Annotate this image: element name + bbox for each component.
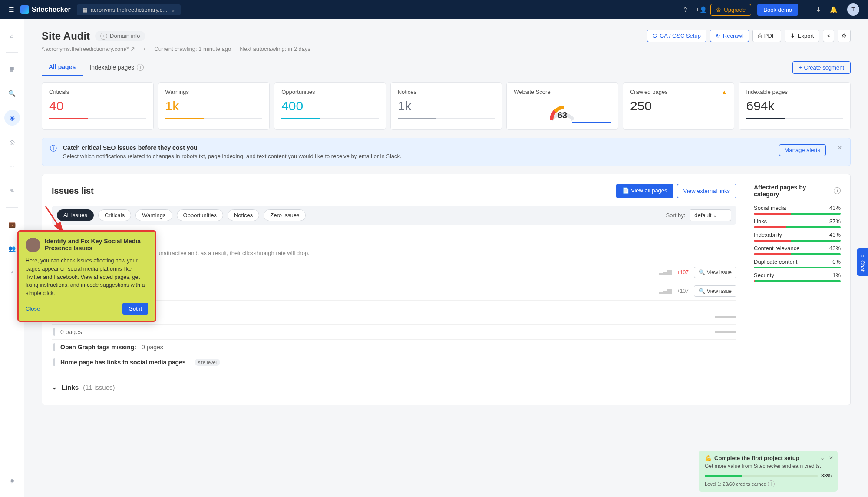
help-icon[interactable]: ? [681,6,690,13]
manage-alerts-button[interactable]: Manage alerts [779,144,826,156]
site-level-tag: site-level [195,359,220,366]
metric-website-score[interactable]: Website Score 63 [506,82,618,130]
upgrade-icon: ♔ [716,7,721,13]
metric-crawled[interactable]: Crawled pages ▲ 250 [623,82,735,130]
close-alert-button[interactable]: ✕ [837,144,842,151]
download-icon[interactable]: ⬇ [814,6,823,13]
metric-label: Website Score [514,89,611,95]
sort-select[interactable]: default ⌄ [690,209,731,221]
tooltip-gotit-button[interactable]: Got it [122,303,148,315]
metric-notices[interactable]: Notices 1k [390,82,502,130]
mini-chart [659,270,672,275]
view-issue-button[interactable]: 🔍 View issue [694,267,736,278]
metric-bar [165,118,263,119]
category-content-relevance[interactable]: Content relevance43% [754,245,841,255]
domain-info-button[interactable]: i Domain info [95,31,145,41]
bell-icon[interactable]: 🔔 [829,6,838,13]
issue-row[interactable]: Open Graph tags missing: 0 pages [52,340,736,355]
alert-desc: Select which notifications related to ch… [63,153,773,159]
view-external-links-button[interactable]: View external links [677,184,736,198]
close-icon[interactable]: ✕ [829,455,833,461]
group-links[interactable]: ⌄ Links (11 issues) [52,379,736,395]
metric-value: 694k [746,99,843,113]
avatar[interactable]: T [847,3,859,16]
ga-gsc-label: GA / GSC Setup [660,33,701,39]
share-button[interactable]: < [823,30,834,42]
issue-row[interactable]: Home page has links to social media page… [52,355,736,370]
metric-warnings[interactable]: Warnings 1k [158,82,270,130]
delta: +107 [677,288,689,294]
issue-name: Home page has links to social media page… [60,359,186,366]
metric-opportunities[interactable]: Opportunities 400 [274,82,386,130]
divider [806,5,806,14]
severity-dot [53,358,55,366]
toast-level: Level 1: 20/60 credits earned i [705,480,832,487]
filter-criticals[interactable]: Criticals [98,209,131,221]
audit-icon[interactable]: ◉ [4,110,20,126]
crawling-status: Current crawling: 1 minute ago [154,46,231,52]
metric-indexable[interactable]: Indexable pages 694k [739,82,851,130]
alert-banner: ⓘ Catch critical SEO issues before they … [42,138,851,166]
filter-notices[interactable]: Notices [228,209,259,221]
severity-dot [53,343,55,351]
score-value: 63 [558,110,567,120]
chart-icon[interactable]: 〰 [4,159,20,174]
sort-label: Sort by: [666,212,686,219]
filter-zero-issues[interactable]: Zero issues [264,209,306,221]
category-indexability[interactable]: Indexability43% [754,232,841,242]
divider [6,52,18,53]
upgrade-button[interactable]: ♔ Upgrade [710,4,751,16]
settings-button[interactable]: ⚙ [838,30,851,42]
home-icon[interactable]: ⌂ [4,28,20,43]
chat-tab[interactable]: ○ Chat [857,248,868,276]
metric-label: Warnings [165,89,263,95]
view-all-pages-button[interactable]: 📄 View all pages [616,184,673,198]
page-title: Site Audit [42,30,90,42]
target-icon[interactable]: ◎ [4,134,20,150]
svg-line-0 [46,206,63,232]
domain-path[interactable]: *.acronyms.thefreedictionary.com/* ↗ [42,46,135,52]
book-demo-button[interactable]: Book demo [757,4,798,16]
export-button[interactable]: ⬇ Export [785,30,820,42]
export-label: Export [798,33,814,39]
metric-label: Crawled pages ▲ [630,89,727,95]
pdf-button[interactable]: ⎙ PDF [752,30,781,42]
category-links[interactable]: Links37% [754,218,841,228]
filter-opportunities[interactable]: Opportunities [177,209,223,221]
metric-label: Indexable pages [746,89,843,95]
hamburger-menu[interactable]: ☰ [9,6,14,13]
gem-icon[interactable]: ◈ [4,473,20,488]
category-security[interactable]: Security1% [754,272,841,282]
logo[interactable]: Sitechecker [20,5,71,14]
affected-title: Affected pages by category i [754,184,841,198]
search-icon[interactable]: 🔍 [4,86,20,101]
domain-selector[interactable]: ▦ acronyms.thefreedictionary.c... ⌄ [77,4,181,15]
logo-text: Sitechecker [32,6,71,13]
metric-criticals[interactable]: Criticals 40 [42,82,154,130]
recrawl-button[interactable]: ↻ Recrawl [710,30,749,42]
toast-subtitle: Get more value from Sitechecker and earn… [705,463,832,469]
metric-value: 250 [630,99,727,113]
ga-gsc-button[interactable]: GGA / GSC Setup [647,30,706,42]
filter-warnings[interactable]: Warnings [135,209,172,221]
domain-info-label: Domain info [110,33,140,39]
wand-icon[interactable]: ✎ [4,183,20,199]
info-icon[interactable]: i [834,187,841,194]
tab-indexable[interactable]: Indexable pages i [83,60,151,75]
recrawl-label: Recrawl [723,33,743,39]
view-issue-button[interactable]: 🔍 View issue [694,285,736,297]
issue-row[interactable]: 0 pages [52,325,736,340]
tooltip-close-button[interactable]: Close [26,305,40,312]
tab-all-pages[interactable]: All pages [42,59,83,76]
add-user-icon[interactable]: +👤 [696,6,704,13]
metric-label: Notices [398,89,495,95]
dashboard-icon[interactable]: ▦ [4,61,20,77]
create-segment-button[interactable]: + Create segment [792,61,851,74]
collapse-icon[interactable]: ⌄ [820,455,825,461]
category-social-media[interactable]: Social media43% [754,205,841,215]
tab-indexable-label: Indexable pages [89,64,134,71]
setup-toast: ⌄ ✕ 💪 Complete the first project setup G… [699,451,838,492]
category-duplicate-content[interactable]: Duplicate content0% [754,258,841,268]
toast-title: 💪 Complete the first project setup [705,455,832,461]
briefcase-icon[interactable]: 💼 [4,216,20,232]
